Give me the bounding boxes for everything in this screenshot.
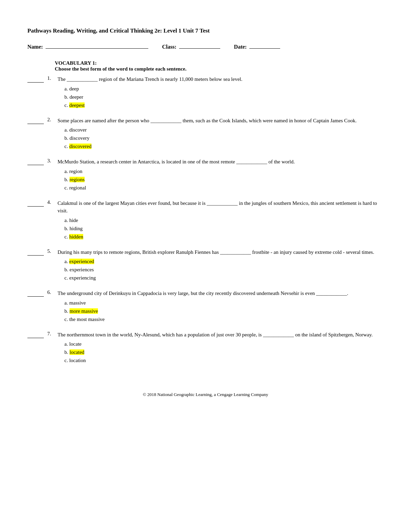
option-letter: b. (64, 226, 70, 231)
question-text: The ____________ region of the Mariana T… (58, 75, 384, 83)
question-content: Calakmul is one of the largest Mayan cit… (58, 199, 384, 241)
option-item[interactable]: b. located (64, 348, 384, 356)
option-text: location (69, 358, 86, 363)
question-content: McMurdo Station, a research center in An… (58, 158, 384, 192)
option-text: located (70, 349, 84, 355)
question-text: McMurdo Station, a research center in An… (58, 158, 384, 166)
option-item[interactable]: a. deep (64, 85, 384, 93)
page-title: Pathways Reading, Writing, and Critical … (27, 27, 384, 34)
question-number: 6. (47, 289, 58, 295)
option-text: massive (69, 300, 86, 306)
option-item[interactable]: b. experiences (64, 265, 384, 274)
question-number: 4. (47, 199, 58, 205)
option-text: regions (70, 177, 85, 182)
option-item[interactable]: c. location (64, 356, 384, 364)
option-text: the most massive (69, 317, 104, 322)
question-number: 1. (47, 75, 58, 81)
question-number: 3. (47, 158, 58, 164)
name-line[interactable] (46, 48, 148, 49)
option-letter: a. (64, 259, 69, 264)
question-text: The northernmost town in the world, Ny-A… (58, 331, 384, 339)
option-item[interactable]: b. more massive (64, 307, 384, 315)
option-item[interactable]: a. region (64, 167, 384, 175)
class-label: Class: (162, 44, 176, 50)
option-item[interactable]: b. discovery (64, 134, 384, 142)
option-item[interactable]: a. experienced (64, 257, 384, 265)
option-text: regional (69, 185, 86, 190)
option-item[interactable]: b. deeper (64, 93, 384, 101)
question-number: 2. (47, 117, 58, 123)
option-item[interactable]: c. deepest (64, 101, 384, 109)
option-item[interactable]: b. hiding (64, 224, 384, 233)
option-letter: b. (64, 94, 70, 100)
option-letter: a. (64, 86, 69, 91)
option-item[interactable]: c. hidden (64, 233, 384, 241)
question-block: 2.Some places are named after the person… (27, 117, 384, 151)
option-letter: b. (64, 349, 70, 355)
option-item[interactable]: c. the most massive (64, 315, 384, 323)
header-row: Name: Class: Date: (27, 44, 384, 50)
section-instruction: Choose the best form of the word to comp… (55, 66, 384, 72)
option-item[interactable]: c. discovered (64, 142, 384, 150)
name-label: Name: (27, 44, 43, 50)
option-text: hidden (69, 234, 83, 239)
option-item[interactable]: a. discover (64, 126, 384, 134)
option-text: hiding (70, 226, 83, 231)
option-text: discover (69, 127, 87, 133)
date-label: Date: (234, 44, 247, 50)
option-letter: a. (64, 300, 69, 306)
option-text: discovery (70, 135, 89, 141)
option-letter: c. (64, 102, 69, 108)
option-letter: a. (64, 341, 69, 347)
option-text: more massive (70, 308, 98, 314)
option-letter: c. (64, 317, 69, 322)
class-line[interactable] (179, 48, 220, 49)
options-list: a. experiencedb. experiencesc. experienc… (64, 257, 384, 282)
option-item[interactable]: a. massive (64, 299, 384, 307)
score-blank (27, 76, 44, 83)
option-text: experienced (69, 259, 94, 264)
option-item[interactable]: a. locate (64, 340, 384, 348)
option-letter: c. (64, 275, 69, 281)
question-content: The northernmost town in the world, Ny-A… (58, 331, 384, 365)
question-text: Some places are named after the person w… (58, 117, 384, 125)
option-letter: a. (64, 218, 69, 223)
option-item[interactable]: c. regional (64, 184, 384, 192)
date-line[interactable] (249, 48, 280, 49)
question-content: During his many trips to remote regions,… (58, 248, 384, 282)
question-number: 7. (47, 331, 58, 337)
score-blank (27, 118, 44, 124)
option-letter: a. (64, 169, 69, 174)
option-letter: c. (64, 144, 69, 149)
option-letter: b. (64, 177, 70, 182)
options-list: a. regionb. regionsc. regional (64, 167, 384, 192)
questions-container: 1.The ____________ region of the Mariana… (27, 75, 384, 364)
option-letter: c. (64, 234, 69, 239)
score-blank (27, 290, 44, 297)
option-text: deepest (69, 102, 85, 108)
option-item[interactable]: b. regions (64, 175, 384, 184)
option-text: discovered (69, 144, 91, 149)
option-letter: b. (64, 267, 70, 272)
score-blank (27, 249, 44, 256)
option-letter: a. (64, 127, 69, 133)
score-blank (27, 200, 44, 207)
option-letter: c. (64, 185, 69, 190)
option-item[interactable]: a. hide (64, 216, 384, 224)
footer: © 2018 National Geographic Learning, a C… (27, 392, 384, 397)
option-text: deep (69, 86, 79, 91)
section-header: VOCABULARY 1: Choose the best form of th… (55, 60, 384, 72)
option-text: hide (69, 218, 78, 223)
question-text: Calakmul is one of the largest Mayan cit… (58, 199, 384, 215)
section-title: VOCABULARY 1: (55, 60, 384, 66)
option-item[interactable]: c. experiencing (64, 274, 384, 282)
question-number: 5. (47, 248, 58, 254)
score-blank (27, 159, 44, 165)
option-letter: c. (64, 358, 69, 363)
option-letter: b. (64, 308, 70, 314)
options-list: a. discoverb. discoveryc. discovered (64, 126, 384, 150)
options-list: a. hideb. hidingc. hidden (64, 216, 384, 241)
question-block: 4.Calakmul is one of the largest Mayan c… (27, 199, 384, 241)
question-block: 7.The northernmost town in the world, Ny… (27, 331, 384, 365)
question-block: 1.The ____________ region of the Mariana… (27, 75, 384, 109)
